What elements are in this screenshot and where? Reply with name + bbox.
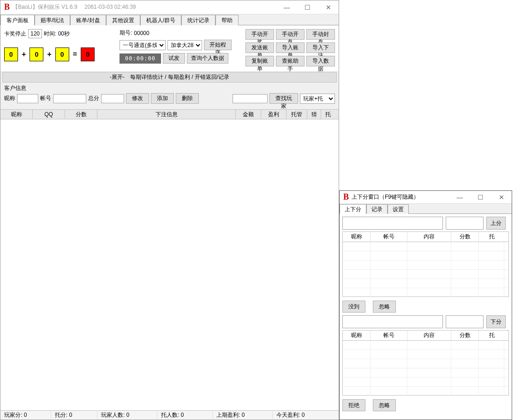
search-input[interactable] — [233, 94, 268, 103]
up-th-content: 内容 — [407, 232, 451, 242]
up-table: 昵称 帐号 内容 分数 托 — [342, 231, 509, 297]
status-trust-score: 托分: 0 — [51, 411, 97, 419]
maximize-button[interactable]: ☐ — [297, 1, 318, 14]
reject-button[interactable]: 拒绝 — [342, 399, 365, 411]
plus-1: + — [22, 50, 26, 59]
sub-maximize-button[interactable]: ☐ — [470, 191, 491, 204]
status-trust-count: 托人数: 0 — [157, 411, 213, 419]
th-qq: QQ — [33, 110, 65, 118]
delete-button[interactable]: 删除 — [176, 93, 199, 104]
main-titlebar: B 【BaoLi】保利娱乐 V1.6.9 2061-03-03 02:46:39… — [0, 0, 339, 14]
up-th-tuo: 托 — [479, 232, 504, 242]
tab-customer-panel[interactable]: 客户面板 — [0, 15, 35, 25]
minimize-button[interactable]: — — [276, 1, 297, 14]
tab-bills[interactable]: 账单/封盘 — [70, 15, 106, 25]
acct-label: 帐号 — [40, 95, 51, 102]
copy-bill-button[interactable]: 复制账单 — [245, 56, 274, 66]
down-table: 昵称 帐号 内容 分数 托 — [342, 330, 509, 396]
customer-info-label: 客户信息 — [0, 83, 339, 93]
th-profit: 盈利 — [261, 110, 287, 119]
sub-close-button[interactable]: ✕ — [491, 191, 512, 204]
status-today-profit: 今天盈利: 0 — [273, 411, 339, 419]
sub-tab-updown[interactable]: 上下分 — [340, 204, 366, 214]
manual-close-button[interactable]: 手动封盘 — [306, 29, 335, 40]
top-panel: 卡奖停止 时间: 00秒 0 + 0 + 0 = 0 期号: — [0, 25, 339, 71]
acct-input[interactable] — [53, 94, 86, 103]
down-input-2[interactable] — [446, 315, 484, 328]
start-button[interactable]: 开始程序 — [204, 40, 232, 50]
sub-content: 上分 昵称 帐号 内容 分数 托 没到 忽略 — [340, 214, 512, 416]
add-button[interactable]: 添加 — [151, 93, 174, 104]
import-bet-button[interactable]: 导入下注 — [306, 42, 335, 53]
sub-tab-settings[interactable]: 设置 — [388, 204, 409, 214]
manual-draw-button[interactable]: 手动开奖 — [245, 29, 274, 40]
th-betinfo: 下注信息 — [97, 110, 236, 119]
channel-select[interactable]: 一号通道(多线 — [120, 40, 166, 50]
timer-display: 00:00:00 — [120, 53, 161, 64]
th-trust: 托管 — [287, 110, 307, 119]
game-select[interactable]: 加拿大28 — [167, 40, 202, 50]
down-score-button[interactable]: 下分 — [486, 315, 506, 328]
close-button[interactable]: ✕ — [318, 1, 339, 14]
down-table-header: 昵称 帐号 内容 分数 托 — [343, 331, 508, 341]
modify-button[interactable]: 修改 — [126, 93, 149, 104]
sub-tab-record[interactable]: 记录 — [366, 204, 388, 214]
th-guess: 猜 — [307, 110, 321, 119]
th-amount: 金额 — [236, 110, 261, 119]
plus-2: + — [47, 50, 51, 59]
up-score-button[interactable]: 上分 — [486, 217, 506, 230]
import-bill-button[interactable]: 导入账单 — [276, 42, 305, 53]
import-data-button[interactable]: 导入数据 — [306, 56, 335, 66]
num-box-1: 0 — [4, 47, 18, 61]
stop-value-input[interactable] — [28, 29, 42, 38]
tab-help[interactable]: 帮助 — [215, 15, 239, 25]
score-label: 总分 — [88, 95, 99, 102]
score-window: B 上下分窗口（F9键可隐藏） — ☐ ✕ 上下分 记录 设置 上分 昵称 帐号… — [339, 190, 512, 420]
sub-window-controls: — ☐ ✕ — [449, 191, 512, 204]
stop-label: 卡奖停止 — [4, 30, 26, 38]
manual-open-button[interactable]: 手动开盘 — [276, 29, 305, 40]
window-title: 【BaoLi】保利娱乐 V1.6.9 2061-03-03 02:46:39 — [12, 3, 136, 11]
period-label: 期号: — [120, 29, 132, 37]
expand-bar[interactable]: -展开- 每期详情统计 / 每期盈利 / 开错返回/记录 — [2, 72, 337, 83]
th-nick: 昵称 — [0, 110, 33, 119]
tab-stats[interactable]: 统计记录 — [181, 15, 215, 25]
sub-minimize-button[interactable]: — — [449, 191, 470, 204]
th-tuo: 托 — [321, 110, 335, 119]
down-th-nick: 昵称 — [343, 331, 371, 340]
main-tabs: 客户面板 赔率/玩法 账单/封盘 其他设置 机器人/群号 统计记录 帮助 — [0, 14, 339, 25]
query-personal-button[interactable]: 查询个人数据 — [187, 53, 228, 64]
down-th-tuo: 托 — [479, 331, 504, 340]
th-score: 分数 — [65, 110, 97, 119]
equals: = — [73, 50, 77, 59]
status-player-count: 玩家人数: 0 — [97, 411, 157, 419]
main-table-header: 昵称 QQ 分数 下注信息 金额 盈利 托管 猜 托 — [0, 109, 339, 119]
down-table-body[interactable] — [343, 341, 508, 395]
try-send-button[interactable]: 试发 — [163, 53, 185, 64]
app-logo: B — [4, 2, 10, 12]
ignore-up-button[interactable]: 忽略 — [373, 301, 396, 313]
up-th-acct: 帐号 — [371, 232, 407, 242]
check-helper-button[interactable]: 查账助手 — [276, 56, 305, 66]
search-player-button[interactable]: 查找玩家 — [269, 93, 298, 104]
not-arrived-button[interactable]: 没到 — [342, 301, 365, 313]
status-player-score: 玩家分: 0 — [0, 411, 51, 419]
send-bill-button[interactable]: 发送账单 — [245, 42, 274, 53]
up-th-nick: 昵称 — [343, 232, 371, 242]
down-th-score: 分数 — [451, 331, 479, 340]
up-input-1[interactable] — [342, 217, 443, 230]
status-last-profit: 上期盈利: 0 — [213, 411, 273, 419]
score-input[interactable] — [101, 94, 124, 103]
num-box-3: 0 — [55, 47, 69, 61]
up-input-2[interactable] — [446, 217, 484, 230]
ignore-down-button[interactable]: 忽略 — [373, 399, 396, 411]
down-input-1[interactable] — [342, 315, 443, 328]
up-table-header: 昵称 帐号 内容 分数 托 — [343, 232, 508, 242]
filter-select[interactable]: 玩家+托 — [300, 94, 335, 104]
tab-odds[interactable]: 赔率/玩法 — [35, 15, 70, 25]
tab-other-settings[interactable]: 其他设置 — [106, 15, 140, 25]
tab-robot[interactable]: 机器人/群号 — [140, 15, 181, 25]
up-table-body[interactable] — [343, 242, 508, 296]
main-table-body[interactable] — [0, 119, 339, 419]
nick-input[interactable] — [17, 94, 38, 103]
